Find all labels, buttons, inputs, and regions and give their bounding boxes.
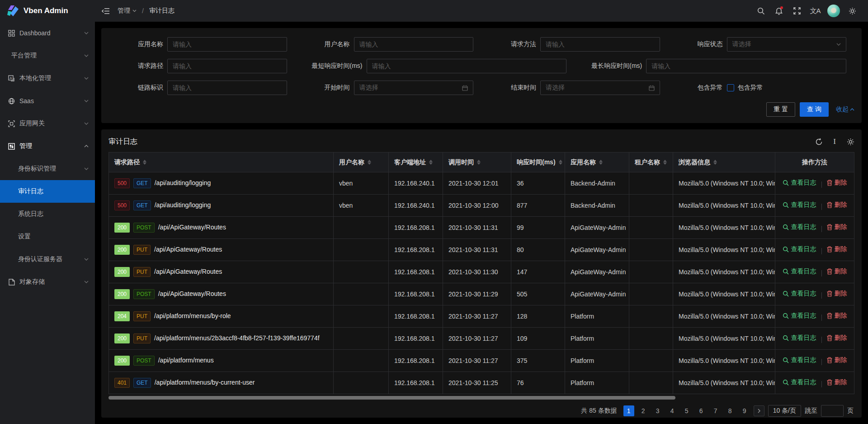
page-button-2[interactable]: 2	[638, 405, 649, 416]
status-tag: 200	[114, 289, 130, 299]
search-button[interactable]: 查 询	[800, 102, 829, 117]
view-log-button[interactable]: 查看日志	[783, 201, 816, 209]
column-header-1[interactable]: 用户名称	[334, 152, 389, 172]
app-name-field[interactable]	[167, 37, 287, 52]
column-header-5[interactable]: 应用名称	[565, 152, 629, 172]
column-header-4[interactable]: 响应时间(ms)	[511, 152, 565, 172]
min-time-input[interactable]	[372, 62, 561, 70]
avatar[interactable]	[827, 5, 840, 17]
translate-icon[interactable]: 文A	[807, 3, 823, 19]
user-name-input[interactable]	[359, 41, 468, 48]
sort-icon[interactable]	[143, 160, 146, 165]
sidebar-item-7[interactable]: 审计日志	[0, 180, 95, 203]
view-log-button[interactable]: 查看日志	[783, 179, 816, 187]
min-time-field[interactable]	[367, 59, 567, 73]
logo[interactable]: Vben Admin	[0, 0, 95, 22]
view-log-button[interactable]: 查看日志	[783, 223, 816, 231]
end-time-picker[interactable]: 请选择	[540, 81, 660, 95]
menu-fold-icon[interactable]	[98, 3, 113, 19]
sort-icon[interactable]	[477, 160, 481, 165]
trace-id-field[interactable]	[167, 81, 287, 95]
max-time-field[interactable]	[646, 59, 846, 73]
delete-button[interactable]: 删除	[827, 267, 847, 276]
page-button-4[interactable]: 4	[667, 405, 678, 416]
page-button-3[interactable]: 3	[652, 405, 663, 416]
column-header-3[interactable]: 调用时间	[443, 152, 511, 172]
max-time-input[interactable]	[651, 62, 841, 70]
page-jump-input[interactable]	[821, 405, 844, 417]
sort-icon[interactable]	[429, 160, 433, 165]
refresh-icon[interactable]	[815, 138, 823, 146]
sidebar-item-4[interactable]: 应用网关	[0, 112, 95, 135]
sidebar-item-8[interactable]: 系统日志	[0, 203, 95, 225]
next-page-button[interactable]	[754, 405, 764, 416]
sidebar-item-9[interactable]: 设置	[0, 225, 95, 248]
bell-icon[interactable]	[771, 3, 787, 19]
page-button-9[interactable]: 9	[739, 405, 750, 416]
view-log-button[interactable]: 查看日志	[783, 267, 816, 276]
request-path-field[interactable]	[167, 59, 287, 73]
column-header-6[interactable]: 租户名称	[629, 152, 673, 172]
has-exception-checkbox[interactable]	[727, 84, 734, 91]
row-height-icon[interactable]: I	[830, 138, 839, 146]
delete-button[interactable]: 删除	[827, 312, 847, 320]
sidebar-item-6[interactable]: 身份标识管理	[0, 157, 95, 180]
delete-button[interactable]: 删除	[827, 356, 847, 364]
sort-icon[interactable]	[559, 160, 562, 165]
delete-button[interactable]: 删除	[827, 334, 847, 342]
page-button-7[interactable]: 7	[710, 405, 721, 416]
sort-icon[interactable]	[368, 160, 371, 165]
view-log-button[interactable]: 查看日志	[783, 356, 816, 364]
view-log-button[interactable]: 查看日志	[783, 378, 816, 386]
sidebar-item-3[interactable]: Saas	[0, 90, 95, 112]
sidebar-item-1[interactable]: 平台管理	[0, 44, 95, 67]
breadcrumb-root[interactable]: 管理	[118, 7, 137, 15]
page-button-6[interactable]: 6	[696, 405, 707, 416]
view-log-button[interactable]: 查看日志	[783, 245, 816, 253]
start-time-picker[interactable]: 请选择	[354, 81, 474, 95]
app-name-input[interactable]	[173, 41, 282, 48]
page-button-5[interactable]: 5	[681, 405, 692, 416]
action-divider	[821, 337, 822, 343]
delete-button[interactable]: 删除	[827, 378, 847, 386]
start-time-placeholder: 请选择	[359, 84, 460, 92]
column-settings-icon[interactable]	[846, 138, 854, 146]
sort-icon[interactable]	[663, 160, 667, 165]
trace-id-input[interactable]	[173, 84, 282, 91]
page-size-select[interactable]: 10 条/页	[768, 405, 801, 417]
sidebar-item-10[interactable]: 身份认证服务器	[0, 248, 95, 271]
scrollbar-thumb[interactable]	[108, 396, 675, 400]
http-method-input[interactable]	[546, 41, 655, 48]
sort-icon[interactable]	[599, 160, 603, 165]
delete-button[interactable]: 删除	[827, 290, 847, 298]
delete-button[interactable]: 删除	[827, 179, 847, 187]
cell-client-ip: 192.168.208.1	[389, 261, 443, 283]
sidebar-item-5[interactable]: 管理	[0, 135, 95, 157]
collapse-link[interactable]: 收起	[836, 105, 854, 114]
view-log-button[interactable]: 查看日志	[783, 334, 816, 342]
view-log-button[interactable]: 查看日志	[783, 312, 816, 320]
sort-icon[interactable]	[713, 160, 717, 165]
user-name-field[interactable]	[354, 37, 474, 52]
delete-button[interactable]: 删除	[827, 245, 847, 253]
sidebar-item-2[interactable]: A本地化管理	[0, 67, 95, 90]
search-icon[interactable]	[753, 3, 769, 19]
fullscreen-icon[interactable]	[789, 3, 805, 19]
column-header-7[interactable]: 浏览器信息	[673, 152, 775, 172]
column-header-0[interactable]: 请求路径	[109, 152, 334, 172]
sidebar-item-label: 设置	[18, 233, 89, 241]
sidebar-item-0[interactable]: Dashboard	[0, 22, 95, 44]
settings-icon[interactable]	[844, 3, 860, 19]
delete-button[interactable]: 删除	[827, 201, 847, 209]
http-method-field[interactable]	[540, 37, 660, 52]
page-button-1[interactable]: 1	[623, 405, 634, 416]
cell-tenant	[629, 372, 673, 394]
page-button-8[interactable]: 8	[725, 405, 736, 416]
request-path-input[interactable]	[173, 62, 282, 70]
reset-button[interactable]: 重 置	[766, 102, 795, 117]
http-status-select[interactable]: 请选择	[727, 37, 847, 52]
delete-button[interactable]: 删除	[827, 223, 847, 231]
sidebar-item-11[interactable]: 对象存储	[0, 271, 95, 293]
column-header-2[interactable]: 客户端地址	[389, 152, 443, 172]
view-log-button[interactable]: 查看日志	[783, 290, 816, 298]
